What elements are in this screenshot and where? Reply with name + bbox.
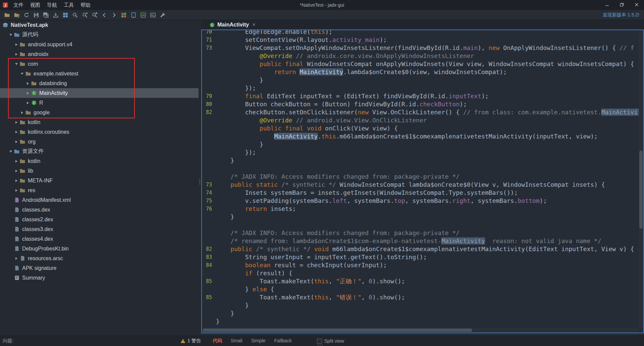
tree-item-resources-arsc[interactable]: resources.arsc xyxy=(0,253,199,263)
code-line[interactable]: MainActivity.this.m66lambda$onCreate$1$c… xyxy=(202,132,639,140)
tree-item-databinding[interactable]: databinding xyxy=(0,78,199,88)
code-line[interactable]: if (result) { xyxy=(202,269,639,277)
chevron-right-icon[interactable] xyxy=(25,102,31,104)
tree-item-androidmanifest-xml[interactable]: AndroidManifest.xml xyxy=(0,195,199,205)
preferences-button[interactable] xyxy=(158,11,167,19)
chevron-down-icon[interactable] xyxy=(8,151,13,153)
chevron-right-icon[interactable] xyxy=(25,92,31,95)
tree-item-[interactable]: 源代码 xyxy=(0,30,199,40)
horizontal-scrollbar[interactable] xyxy=(202,328,639,333)
code-line[interactable]: 79 final EditText inputText = (EditText)… xyxy=(202,92,639,100)
chevron-down-icon[interactable] xyxy=(8,34,13,36)
log-button[interactable] xyxy=(148,11,158,19)
code-line[interactable]: 85 Toast.makeText(this, "正确！", 0).show()… xyxy=(202,277,639,285)
close-button[interactable] xyxy=(629,0,644,10)
chevron-right-icon[interactable] xyxy=(13,43,19,46)
export-button[interactable] xyxy=(51,11,60,19)
chevron-right-icon[interactable] xyxy=(13,160,19,163)
chevron-right-icon[interactable] xyxy=(13,140,19,143)
search-usage-button[interactable] xyxy=(90,11,99,19)
menu-item-3[interactable]: 工具 xyxy=(60,0,77,10)
warning-indicator[interactable]: 1 警告 xyxy=(180,338,201,344)
tree-item-res[interactable]: res xyxy=(0,185,199,195)
save-all-button[interactable] xyxy=(41,11,51,19)
mode-tab-simple[interactable]: Simple xyxy=(247,338,270,344)
code-line[interactable]: 73 ViewCompat.setOnApplyWindowInsetsList… xyxy=(202,44,639,52)
search-text-button[interactable] xyxy=(70,11,80,19)
code-line[interactable] xyxy=(202,221,639,229)
tree-item-org[interactable]: org xyxy=(0,137,199,147)
tree-item-nativetest-apk[interactable]: NativeTest.apk xyxy=(0,20,199,30)
splitter[interactable] xyxy=(199,20,201,336)
code-line[interactable]: } xyxy=(202,301,639,309)
code-line[interactable]: public final WindowInsetsCompat onApplyW… xyxy=(202,60,639,68)
chevron-right-icon[interactable] xyxy=(13,131,19,133)
code-line[interactable]: } xyxy=(202,76,639,84)
save-project-button[interactable] xyxy=(31,11,41,19)
code-line[interactable]: 70 EdgeToEdge.enable(this); xyxy=(202,30,639,36)
code-line[interactable]: @Override // android.view.View.OnClickLi… xyxy=(202,116,639,124)
code-line[interactable]: 83 String userInput = inputText.getText(… xyxy=(202,253,639,261)
code-line[interactable]: 80 Button checkButton = (Button) findVie… xyxy=(202,100,639,108)
code-line[interactable] xyxy=(202,165,639,173)
code-line[interactable]: @Override // androidx.core.view.OnApplyW… xyxy=(202,52,639,60)
tree-item-classes3-dex[interactable]: classes3.dex xyxy=(0,224,199,234)
chevron-right-icon[interactable] xyxy=(13,257,19,260)
code-line[interactable]: 82 public /* synthetic */ void m66lambda… xyxy=(202,245,639,253)
vertical-scrollbar[interactable] xyxy=(639,30,643,328)
menu-item-1[interactable]: 视图 xyxy=(27,0,44,10)
tree-item-kotlin[interactable]: kotlin xyxy=(0,156,199,166)
tree-item-kotlinx-coroutines[interactable]: kotlinx.coroutines xyxy=(0,127,199,137)
code-line[interactable]: return MainActivity.lambda$onCreate$0(vi… xyxy=(202,68,639,76)
tree-item-kotlin[interactable]: kotlin xyxy=(0,117,199,127)
maximize-button[interactable] xyxy=(614,0,629,10)
tree-item-classes2-dex[interactable]: classes2.dex xyxy=(0,215,199,224)
quark-button[interactable] xyxy=(119,11,128,19)
deobfuscation-button[interactable]: ab xyxy=(138,11,148,19)
code-line[interactable]: 84 boolean result = checkInput(userInput… xyxy=(202,261,639,269)
mode-tab-code[interactable]: 代码 xyxy=(208,338,226,344)
tree-item-meta-inf[interactable]: META-INF xyxy=(0,176,199,185)
tree-item-summary[interactable]: Summary xyxy=(0,273,199,283)
tree-item-debugprobeskt-bin[interactable]: DebugProbesKt.bin xyxy=(0,244,199,253)
chevron-right-icon[interactable] xyxy=(25,82,31,85)
chevron-right-icon[interactable] xyxy=(13,53,19,56)
tree-item-r[interactable]: CR xyxy=(0,98,199,108)
code-line[interactable]: } xyxy=(202,140,639,149)
code-line[interactable]: 76 return insets; xyxy=(202,205,639,213)
update-link[interactable]: 发现新版本 1.5.2! xyxy=(603,12,644,18)
chevron-right-icon[interactable] xyxy=(13,189,19,192)
minimize-button[interactable] xyxy=(600,0,614,10)
tab-mainactivity[interactable]: C MainActivity × xyxy=(206,20,259,30)
tree-item-google[interactable]: google xyxy=(0,108,199,117)
chevron-down-icon[interactable] xyxy=(13,63,19,65)
tree-item-com[interactable]: com xyxy=(0,59,199,69)
code-line[interactable]: /* JADX INFO: Access modifiers changed f… xyxy=(202,229,639,237)
code-line[interactable]: 74 Insets systemBars = insets.getInsets(… xyxy=(202,189,639,197)
chevron-right-icon[interactable] xyxy=(13,179,19,182)
menu-item-4[interactable]: 帮助 xyxy=(77,0,94,10)
mode-tab-fallback[interactable]: Fallback xyxy=(270,338,296,344)
code-line[interactable]: 71 setContentView(R.layout.activity_main… xyxy=(202,36,639,44)
reload-button[interactable] xyxy=(21,11,31,19)
tree-item-classes4-dex[interactable]: classes4.dex xyxy=(0,234,199,244)
code-line[interactable]: } xyxy=(202,213,639,221)
tree-item-apk-signature[interactable]: APK signature xyxy=(0,263,199,273)
back-button[interactable] xyxy=(99,11,109,19)
open-file-button[interactable] xyxy=(2,11,12,19)
chevron-right-icon[interactable] xyxy=(19,111,25,114)
tree-item-mainactivity[interactable]: CMainActivity xyxy=(0,88,199,98)
tree-item-example-nativetest[interactable]: example.nativetest xyxy=(0,69,199,78)
code-line[interactable]: 82 checkButton.setOnClickListener(new Vi… xyxy=(202,108,639,116)
code-line[interactable]: } xyxy=(202,318,639,326)
code-line[interactable]: /* renamed from: lambda$onCreate$1$com-e… xyxy=(202,237,639,245)
tree-item-[interactable]: 资源文件 xyxy=(0,147,199,156)
tree-item-lib[interactable]: lib xyxy=(0,166,199,176)
code-line[interactable]: } xyxy=(202,157,639,165)
code-line[interactable]: }); xyxy=(202,84,639,92)
chevron-right-icon[interactable] xyxy=(13,170,19,172)
chevron-down-icon[interactable] xyxy=(19,73,25,75)
menu-item-0[interactable]: 文件 xyxy=(10,0,27,10)
open-project-button[interactable] xyxy=(12,11,21,19)
overflow-dots[interactable]: ... xyxy=(317,341,324,346)
